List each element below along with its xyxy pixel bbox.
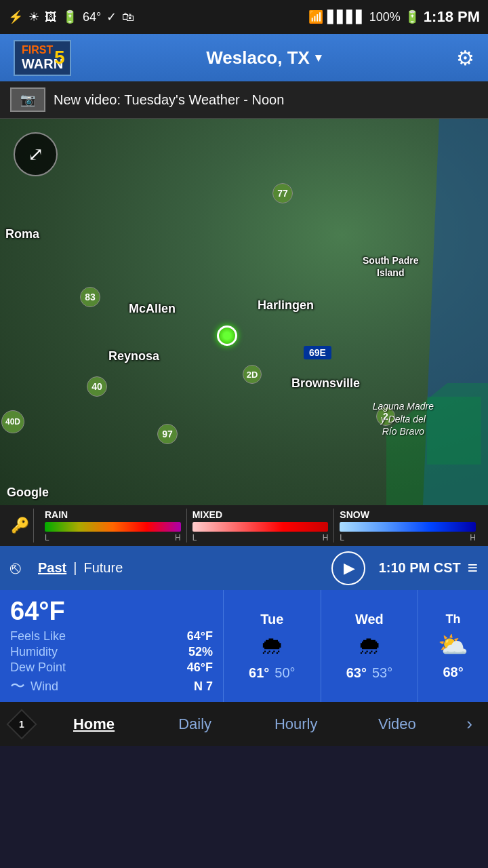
road-77: 77 xyxy=(272,183,293,203)
nav-home[interactable]: Home xyxy=(43,702,144,746)
snow-lh-labels: L H xyxy=(340,533,476,542)
snow-gradient-bar xyxy=(340,522,476,532)
camera-icon: 📷 xyxy=(20,92,35,107)
logo-number: 5 xyxy=(54,47,65,68)
mixed-low-label: L xyxy=(192,533,197,542)
time-display: 1:10 PM CST xyxy=(379,560,461,576)
road-97: 97 xyxy=(157,424,178,444)
rain-high-label: H xyxy=(175,533,181,542)
usb-icon: ⚡ xyxy=(8,9,23,24)
past-future-toggle: Past | Future xyxy=(31,557,325,578)
wind-icon: 〜 xyxy=(10,676,25,696)
nav-more-arrow[interactable]: › xyxy=(447,702,488,746)
road-83: 83 xyxy=(80,287,100,307)
nav-badge: 1 xyxy=(6,709,37,739)
status-right-icons: 📶 ▋▋▋▋ 100% 🔋 1:18 PM xyxy=(308,8,480,26)
road-2d: 2D xyxy=(243,365,262,384)
city-roma: Roma xyxy=(5,227,39,241)
check-icon: ✓ xyxy=(106,9,117,24)
mixed-high-label: H xyxy=(323,533,329,542)
forecast-scroll: Tue 🌧 61° 50° Wed 🌧 63° 53° Th ⛅ 68° xyxy=(224,590,488,702)
location-dropdown-arrow[interactable]: ▾ xyxy=(315,50,321,65)
rain-overlay-mid xyxy=(427,397,481,465)
video-thumbnail[interactable]: 📷 xyxy=(10,87,45,112)
location-display[interactable]: Weslaco, TX ▾ xyxy=(206,47,321,68)
snow-legend: SNOW L H xyxy=(334,507,481,545)
forecast-thu-hi: 68° xyxy=(443,665,463,680)
bag-icon: 🛍 xyxy=(122,10,134,24)
city-mcallen: McAllen xyxy=(129,302,176,316)
city-brownsville: Brownsville xyxy=(291,376,360,391)
wind-label: Wind xyxy=(30,679,188,694)
battery-icon: 🔋 xyxy=(62,9,77,24)
city-reynosa: Reynosa xyxy=(108,349,159,363)
nav-daily-label: Daily xyxy=(178,715,211,733)
dew-point-label: Dew Point xyxy=(10,660,182,675)
rain-gradient-bar xyxy=(45,522,181,532)
forecast-tue-name: Tue xyxy=(260,612,283,627)
humidity-label: Humidity xyxy=(10,645,183,659)
mixed-gradient-bar xyxy=(192,522,329,532)
weather-map[interactable]: ⤢ McAllen Harlingen South PadreIsland Re… xyxy=(0,119,488,505)
layers-button[interactable]: ≡ xyxy=(468,557,478,578)
rain-legend-title: RAIN xyxy=(45,509,181,520)
battery-full-icon: 🔋 xyxy=(405,9,420,24)
forecast-wed-hi: 63° xyxy=(346,665,367,681)
nav-hourly[interactable]: Hourly xyxy=(245,702,346,746)
expand-icon: ⤢ xyxy=(28,143,43,165)
rain-legend: RAIN L H xyxy=(39,507,186,545)
forecast-thu-name: Th xyxy=(446,612,461,627)
humidity-value: 52% xyxy=(188,645,213,659)
rain-lh-labels: L H xyxy=(45,533,181,542)
highway-69e: 69E xyxy=(304,346,331,359)
google-attribution: Google xyxy=(7,486,49,500)
video-title: New video: Tuesday's Weather - Noon xyxy=(54,92,284,108)
nav-daily[interactable]: Daily xyxy=(144,702,245,746)
wind-value: N 7 xyxy=(194,679,213,694)
city-harlingen: Harlingen xyxy=(258,298,314,313)
nav-badge-number: 1 xyxy=(19,718,24,729)
nav-video[interactable]: Video xyxy=(346,702,447,746)
map-background: ⤢ McAllen Harlingen South PadreIsland Re… xyxy=(0,119,488,505)
forecast-tue-hi: 61° xyxy=(249,665,269,681)
city-south-padre: South PadreIsland xyxy=(363,254,418,279)
forecast-tue-icon: 🌧 xyxy=(260,631,284,660)
share-button[interactable]: ⎋ xyxy=(10,557,21,578)
status-time: 1:18 PM xyxy=(424,8,480,26)
bottom-navigation: 1 Home Daily Hourly Video › xyxy=(0,702,488,746)
snow-legend-title: SNOW xyxy=(340,509,476,520)
logo-first-text: FIRST xyxy=(22,44,53,56)
temp-indicator: 64° xyxy=(83,10,101,24)
forecast-tue: Tue 🌧 61° 50° xyxy=(224,590,321,702)
app-header: FIRST WARN 5 Weslaco, TX ▾ ⚙ xyxy=(0,34,488,81)
wind-row: 〜 Wind N 7 xyxy=(10,676,213,696)
current-temperature: 64°F xyxy=(10,597,213,626)
future-button[interactable]: Future xyxy=(77,557,129,578)
snow-low-label: L xyxy=(340,533,344,542)
expand-map-button[interactable]: ⤢ xyxy=(14,132,58,176)
play-button[interactable]: ▶ xyxy=(331,551,365,585)
forecast-wed-lo: 53° xyxy=(372,665,392,681)
forecast-thu-icon: ⛅ xyxy=(438,631,468,659)
video-banner[interactable]: 📷 New video: Tuesday's Weather - Noon xyxy=(0,81,488,119)
forecast-tue-lo: 50° xyxy=(274,665,295,681)
forecast-wed: Wed 🌧 63° 53° xyxy=(321,590,419,702)
forecast-wed-temps: 63° 53° xyxy=(346,665,393,681)
signal-bars: ▋▋▋▋ xyxy=(327,9,365,24)
wifi-icon: 📶 xyxy=(308,9,323,24)
sun-icon: ☀ xyxy=(28,9,39,24)
mixed-lh-labels: L H xyxy=(192,533,329,542)
rain-low-label: L xyxy=(45,533,49,542)
mixed-legend: MIXED L H xyxy=(187,507,334,545)
settings-button[interactable]: ⚙ xyxy=(456,46,474,70)
humidity-row: Humidity 52% xyxy=(10,645,213,659)
road-40d: 40D xyxy=(1,410,24,433)
forecast-thu-temps: 68° xyxy=(443,665,463,680)
nav-badge-container: 1 xyxy=(0,713,43,735)
current-location-dot xyxy=(217,326,237,346)
laguna-madre-label: Laguna Madrey Delta delRío Bravo xyxy=(373,400,434,437)
precipitation-legend: 🔑 RAIN L H MIXED L H SNOW L H xyxy=(0,505,488,546)
feels-like-label: Feels Like xyxy=(10,629,182,644)
battery-percent: 100% xyxy=(369,10,401,24)
past-button[interactable]: Past xyxy=(31,557,73,578)
